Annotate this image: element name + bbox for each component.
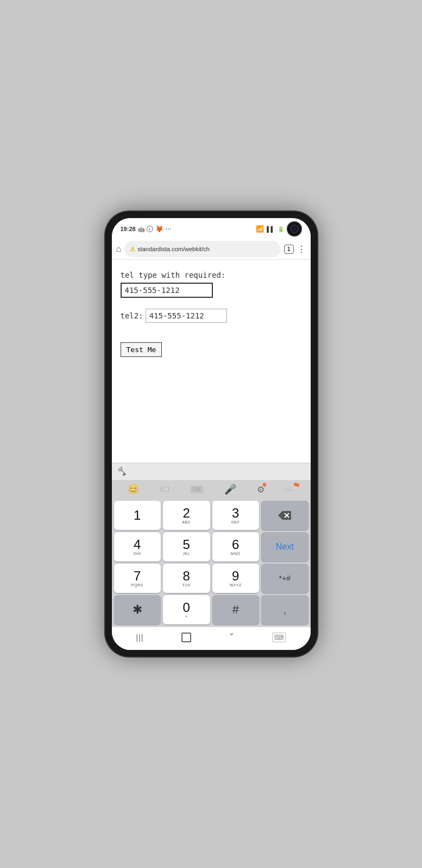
suggestion-bar: 😊 🏷 GIF 🎤 ⚙ ··· [112,480,311,499]
key-row-3: 7 PQRS 8 TUV 9 WXYZ *+# [114,564,308,593]
tel2-input[interactable] [146,309,227,323]
tab-count-button[interactable]: 1 [284,245,294,254]
key-row-1: 1 2 ABC 3 DEF [114,501,308,530]
phone-frame: 19:28 🤖 i 🦊 ··· 📶 ▌▌ 🔋 ⌂ ⚠ standardista.… [105,212,317,656]
android-icon: 🤖 [138,226,144,232]
phone-screen: 19:28 🤖 i 🦊 ··· 📶 ▌▌ 🔋 ⌂ ⚠ standardista.… [112,218,311,650]
browser-menu-icon[interactable]: ⋮ [297,244,306,254]
wifi-icon: 📶 [256,225,264,233]
signal-icon: ▌▌ [267,226,274,232]
nav-square-icon[interactable] [181,633,191,642]
key-5[interactable]: 5 JKL [163,532,210,561]
settings-dot [263,483,266,487]
tel-input[interactable] [121,283,213,298]
browser-bar: ⌂ ⚠ standardista.com/webkit/ch 1 ⋮ [112,239,311,260]
more-dot [294,483,297,486]
camera-lens [290,225,299,233]
mic-icon[interactable]: 🎤 [224,483,236,495]
status-bar: 19:28 🤖 i 🦊 ··· 📶 ▌▌ 🔋 [112,218,311,239]
key-row-4: ✱ 0 + # , [114,595,308,624]
key-1[interactable]: 1 [114,501,161,530]
key-6[interactable]: 6 MNO [212,532,260,561]
more-options-icon[interactable]: ··· [285,485,295,494]
emoji-icon[interactable]: 😊 [127,483,139,495]
firefox-icon: 🦊 [155,225,163,233]
settings-icon[interactable]: ⚙ [257,484,264,495]
key-row-2: 4 GHI 5 JKL 6 MNO Next [114,532,308,561]
web-content: tel type with required: tel2: Test Me [112,260,311,463]
key-icon: 🗝 [114,463,130,480]
tel2-row: tel2: [121,309,302,323]
key-hash[interactable]: # [212,595,260,624]
next-label: Next [276,542,294,552]
tel-label: tel type with required: [121,271,302,279]
home-icon[interactable]: ⌂ [116,244,122,254]
key-comma[interactable]: , [261,595,308,624]
key-next[interactable]: Next [261,532,308,561]
warning-icon: ⚠ [130,246,135,253]
tel2-field-section: tel2: [121,309,302,323]
key-star[interactable]: ✱ [114,595,161,624]
nav-keyboard-icon[interactable]: ⌨ [272,633,286,642]
key-8[interactable]: 8 TUV [163,564,210,593]
info-icon: i [147,226,153,232]
more-dots: ··· [166,226,172,232]
key-2[interactable]: 2 ABC [163,501,210,530]
key-4[interactable]: 4 GHI [114,532,161,561]
keyboard-toolbar: 🗝 [112,463,311,480]
key-special-chars[interactable]: *+# [261,564,308,593]
sticker-icon[interactable]: 🏷 [160,484,169,495]
key-3[interactable]: 3 DEF [212,501,260,530]
nav-lines-icon[interactable]: ||| [136,633,144,642]
key-7[interactable]: 7 PQRS [114,564,161,593]
tel-field-section: tel type with required: [121,271,302,298]
battery-icon: 🔋 [278,226,284,232]
url-text: standardista.com/webkit/ch [137,246,210,252]
key-delete[interactable] [261,501,308,530]
time-display: 19:28 [121,226,136,232]
numeric-keyboard: 1 2 ABC 3 DEF [112,499,311,627]
camera-bump [287,221,302,237]
gif-icon[interactable]: GIF [190,486,204,494]
nav-chevron-icon[interactable]: ˅ [229,631,234,643]
navigation-bar: ||| ˅ ⌨ [112,627,311,650]
key-0[interactable]: 0 + [163,595,210,624]
test-me-button[interactable]: Test Me [121,342,162,357]
status-right: 📶 ▌▌ 🔋 [256,221,301,237]
key-9[interactable]: 9 WXYZ [212,564,260,593]
delete-icon [277,510,292,521]
url-bar[interactable]: ⚠ standardista.com/webkit/ch [124,241,281,257]
tel2-label: tel2: [121,311,143,320]
